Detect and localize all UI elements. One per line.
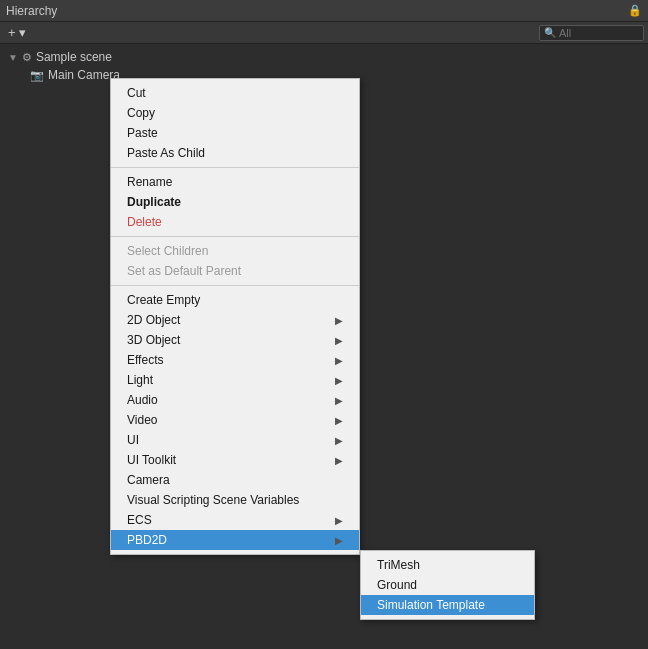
submenu-arrow-icon: ▶: [335, 435, 343, 446]
toolbar: + ▾ 🔍: [0, 22, 648, 44]
submenu-arrow-icon: ▶: [335, 535, 343, 546]
menu-item-pbd2d[interactable]: PBD2D▶: [111, 530, 359, 550]
menu-item-label-2d-object: 2D Object: [127, 313, 180, 327]
submenu-arrow-icon: ▶: [335, 315, 343, 326]
menu-item-audio[interactable]: Audio▶: [111, 390, 359, 410]
add-button[interactable]: + ▾: [4, 25, 30, 40]
menu-item-label-camera: Camera: [127, 473, 170, 487]
menu-item-visual-scripting[interactable]: Visual Scripting Scene Variables: [111, 490, 359, 510]
submenu-arrow-icon: ▶: [335, 355, 343, 366]
search-box[interactable]: 🔍: [539, 25, 644, 41]
menu-item-label-ui-toolkit: UI Toolkit: [127, 453, 176, 467]
submenu-arrow-icon: ▶: [335, 335, 343, 346]
submenu-arrow-icon: ▶: [335, 455, 343, 466]
menu-item-label-set-default-parent: Set as Default Parent: [127, 264, 241, 278]
menu-item-select-children[interactable]: Select Children: [111, 241, 359, 261]
menu-item-label-rename: Rename: [127, 175, 172, 189]
menu-item-label-visual-scripting: Visual Scripting Scene Variables: [127, 493, 299, 507]
menu-item-ui[interactable]: UI▶: [111, 430, 359, 450]
camera-icon: 📷: [30, 69, 44, 82]
menu-item-label-duplicate: Duplicate: [127, 195, 181, 209]
menu-item-ui-toolkit[interactable]: UI Toolkit▶: [111, 450, 359, 470]
menu-separator: [111, 236, 359, 237]
menu-item-duplicate[interactable]: Duplicate: [111, 192, 359, 212]
menu-separator: [111, 285, 359, 286]
menu-item-video[interactable]: Video▶: [111, 410, 359, 430]
menu-item-2d-object[interactable]: 2D Object▶: [111, 310, 359, 330]
submenu-item-label-ground: Ground: [377, 578, 417, 592]
menu-item-ecs[interactable]: ECS▶: [111, 510, 359, 530]
menu-item-effects[interactable]: Effects▶: [111, 350, 359, 370]
menu-item-label-copy: Copy: [127, 106, 155, 120]
menu-item-label-effects: Effects: [127, 353, 163, 367]
menu-item-paste-as-child[interactable]: Paste As Child: [111, 143, 359, 163]
submenu-arrow-icon: ▶: [335, 395, 343, 406]
submenu-item-simulation-template[interactable]: Simulation Template: [361, 595, 534, 615]
menu-item-label-cut: Cut: [127, 86, 146, 100]
menu-item-label-create-empty: Create Empty: [127, 293, 200, 307]
submenu-arrow-icon: ▶: [335, 515, 343, 526]
context-menu: CutCopyPastePaste As ChildRenameDuplicat…: [110, 78, 360, 555]
menu-item-delete[interactable]: Delete: [111, 212, 359, 232]
header-title: Hierarchy: [6, 4, 57, 18]
lock-icon[interactable]: 🔒: [628, 4, 642, 17]
search-input[interactable]: [559, 27, 639, 39]
menu-item-light[interactable]: Light▶: [111, 370, 359, 390]
menu-item-paste[interactable]: Paste: [111, 123, 359, 143]
menu-item-label-audio: Audio: [127, 393, 158, 407]
scene-arrow-icon: ▼: [8, 52, 18, 63]
scene-name: Sample scene: [36, 50, 112, 64]
menu-item-rename[interactable]: Rename: [111, 172, 359, 192]
submenu-item-label-trimesh: TriMesh: [377, 558, 420, 572]
menu-item-label-light: Light: [127, 373, 153, 387]
submenu-arrow-icon: ▶: [335, 415, 343, 426]
menu-item-3d-object[interactable]: 3D Object▶: [111, 330, 359, 350]
submenu-item-label-simulation-template: Simulation Template: [377, 598, 485, 612]
submenu-item-ground[interactable]: Ground: [361, 575, 534, 595]
menu-item-copy[interactable]: Copy: [111, 103, 359, 123]
header: Hierarchy 🔒: [0, 0, 648, 22]
menu-item-label-ecs: ECS: [127, 513, 152, 527]
menu-item-set-default-parent[interactable]: Set as Default Parent: [111, 261, 359, 281]
menu-item-create-empty[interactable]: Create Empty: [111, 290, 359, 310]
menu-item-label-delete: Delete: [127, 215, 162, 229]
menu-separator: [111, 167, 359, 168]
submenu-arrow-icon: ▶: [335, 375, 343, 386]
menu-item-label-select-children: Select Children: [127, 244, 208, 258]
menu-item-camera[interactable]: Camera: [111, 470, 359, 490]
search-icon: 🔍: [544, 27, 556, 38]
scene-item[interactable]: ▼ ⚙ Sample scene: [0, 48, 648, 66]
menu-item-label-pbd2d: PBD2D: [127, 533, 167, 547]
menu-item-label-paste: Paste: [127, 126, 158, 140]
scene-settings-icon: ⚙: [22, 51, 32, 64]
menu-item-label-3d-object: 3D Object: [127, 333, 180, 347]
submenu-item-trimesh[interactable]: TriMesh: [361, 555, 534, 575]
menu-item-cut[interactable]: Cut: [111, 83, 359, 103]
menu-item-label-ui: UI: [127, 433, 139, 447]
submenu: TriMeshGroundSimulation Template: [360, 550, 535, 620]
menu-item-label-video: Video: [127, 413, 157, 427]
menu-item-label-paste-as-child: Paste As Child: [127, 146, 205, 160]
